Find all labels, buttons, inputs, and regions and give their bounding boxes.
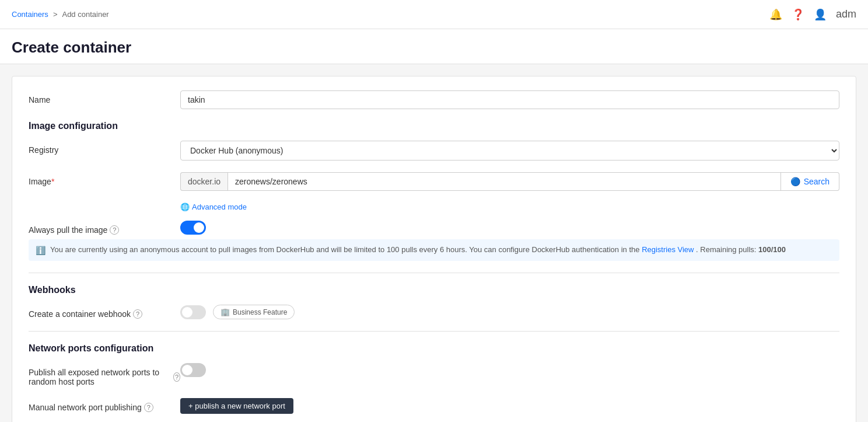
webhooks-title: Webhooks — [29, 285, 839, 295]
name-field — [180, 90, 839, 109]
building-icon: 🏢 — [220, 308, 230, 316]
image-label: Image — [29, 177, 51, 186]
webhook-field: 🏢 Business Feature — [180, 305, 839, 319]
advanced-mode-label: Advanced mode — [192, 203, 247, 211]
image-input-group: docker.io 🔵 Search — [180, 172, 839, 191]
globe-icon: 🌐 — [180, 203, 190, 211]
image-row: Image* docker.io 🔵 Search — [29, 172, 839, 191]
manual-ports-label-container: Manual network port publishing ? — [29, 398, 180, 412]
manual-ports-field: + publish a new network port — [180, 398, 839, 414]
name-row: Name — [29, 90, 839, 109]
image-field: docker.io 🔵 Search — [180, 172, 839, 191]
divider-2 — [29, 331, 839, 332]
required-marker: * — [51, 177, 54, 186]
info-text-2: . Remaining pulls: — [696, 245, 756, 254]
breadcrumb-separator: > — [53, 10, 58, 19]
search-button[interactable]: 🔵 Search — [781, 172, 839, 191]
always-pull-help-icon[interactable]: ? — [110, 225, 119, 235]
info-icon: ℹ️ — [36, 246, 46, 255]
username[interactable]: adm — [836, 8, 856, 20]
registry-row: Registry Docker Hub (anonymous) Docker H… — [29, 141, 839, 161]
divider-1 — [29, 273, 839, 273]
main-content: Name Image configuration Registry Docker… — [0, 64, 868, 422]
image-prefix: docker.io — [180, 172, 228, 191]
publish-ports-slider — [180, 363, 206, 377]
page-title: Create container — [12, 39, 856, 57]
image-label-container: Image* — [29, 172, 180, 186]
publish-ports-row: Publish all exposed network ports to ran… — [29, 363, 839, 386]
always-pull-label: Always pull the image — [29, 225, 107, 235]
info-text-1: You are currently using an anonymous acc… — [50, 245, 640, 254]
bell-icon[interactable]: 🔔 — [769, 8, 782, 21]
publish-ports-toggle[interactable] — [180, 363, 206, 377]
image-config-title: Image configuration — [29, 121, 839, 131]
always-pull-toggle[interactable] — [180, 221, 206, 235]
info-remaining: 100/100 — [758, 245, 786, 254]
name-label: Name — [29, 90, 180, 104]
form-card: Name Image configuration Registry Docker… — [12, 76, 856, 422]
image-input[interactable] — [228, 172, 781, 191]
advanced-mode-link[interactable]: 🌐 Advanced mode — [180, 203, 839, 211]
registry-label: Registry — [29, 141, 180, 155]
manual-ports-help-icon[interactable]: ? — [144, 403, 153, 412]
always-pull-slider — [180, 221, 206, 235]
help-circle-icon[interactable]: ❓ — [792, 8, 804, 21]
publish-ports-label-container: Publish all exposed network ports to ran… — [29, 363, 180, 386]
name-input[interactable] — [180, 90, 839, 109]
webhook-slider — [180, 305, 206, 319]
page-header: Create container — [0, 29, 868, 64]
webhook-row: Create a container webhook ? 🏢 Business … — [29, 305, 839, 319]
publish-ports-label: Publish all exposed network ports to ran… — [29, 368, 171, 386]
info-text: You are currently using an anonymous acc… — [50, 245, 786, 254]
publish-new-port-button[interactable]: + publish a new network port — [180, 398, 293, 414]
manual-ports-row: Manual network port publishing ? + publi… — [29, 398, 839, 414]
breadcrumb: Containers > Add container — [12, 10, 109, 19]
webhook-help-icon[interactable]: ? — [133, 309, 142, 319]
breadcrumb-parent[interactable]: Containers — [12, 10, 48, 19]
top-bar-actions: 🔔 ❓ 👤 adm — [769, 8, 856, 21]
always-pull-row: Always pull the image ? — [29, 221, 839, 235]
search-icon: 🔵 — [790, 177, 800, 186]
publish-ports-help-icon[interactable]: ? — [173, 372, 180, 382]
webhook-toggle — [180, 305, 206, 319]
webhook-label: Create a container webhook — [29, 309, 131, 319]
always-pull-field — [180, 221, 839, 235]
network-title: Network ports configuration — [29, 343, 839, 354]
business-feature-badge: 🏢 Business Feature — [213, 305, 295, 319]
business-feature-label: Business Feature — [233, 308, 287, 316]
webhook-label-container: Create a container webhook ? — [29, 305, 180, 319]
advanced-mode-row: 🌐 Advanced mode — [29, 203, 839, 214]
registries-view-link[interactable]: Registries View — [642, 245, 694, 254]
registry-select[interactable]: Docker Hub (anonymous) Docker Hub (authe… — [180, 141, 839, 161]
user-icon[interactable]: 👤 — [814, 8, 827, 21]
top-bar: Containers > Add container 🔔 ❓ 👤 adm — [0, 0, 868, 29]
publish-ports-field — [180, 363, 839, 377]
registry-field: Docker Hub (anonymous) Docker Hub (authe… — [180, 141, 839, 161]
search-button-label: Search — [804, 177, 830, 186]
info-box: ℹ️ You are currently using an anonymous … — [29, 239, 839, 261]
breadcrumb-current: Add container — [62, 10, 108, 19]
manual-ports-label: Manual network port publishing — [29, 403, 142, 412]
always-pull-label-container: Always pull the image ? — [29, 221, 180, 235]
